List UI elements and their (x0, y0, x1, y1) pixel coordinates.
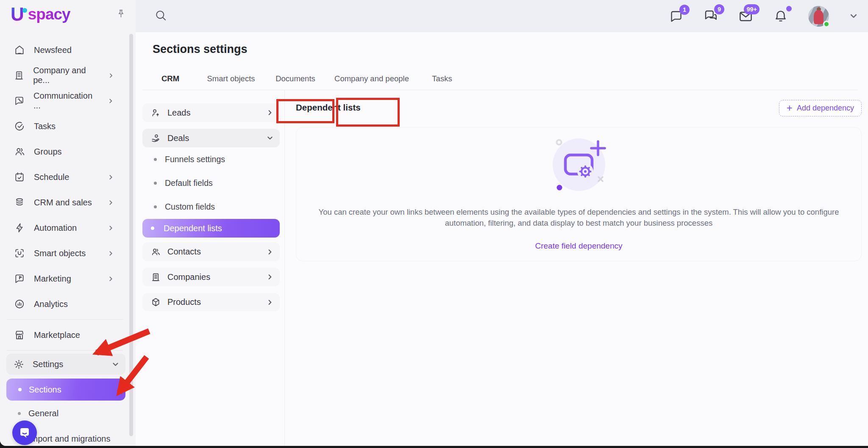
chevron-right-icon (108, 98, 114, 104)
sidebar-item-company-and-people[interactable]: Company and pe... (0, 63, 130, 88)
sidebar-item-label: Communication ... (33, 91, 99, 111)
group-chats-button[interactable]: 9 (704, 9, 718, 23)
chevron-down-icon (267, 135, 273, 141)
tab-tasks[interactable]: Tasks (416, 68, 468, 90)
submenu-divider (284, 90, 285, 446)
bullet-dot (18, 412, 21, 415)
search-icon[interactable] (154, 9, 167, 22)
tab-crm[interactable]: CRM (142, 68, 198, 90)
sidebar-item-marketing[interactable]: Marketing (0, 266, 130, 291)
sidebar-divider (7, 350, 123, 351)
chevron-right-icon (108, 276, 114, 282)
create-field-dependency-link[interactable]: Create field dependency (535, 241, 623, 251)
chevron-right-icon (108, 225, 114, 231)
sidebar-item-label: Sections (29, 385, 61, 395)
gear-icon (14, 359, 24, 370)
crm-settings-menu: Leads Deals Funnels settings Default fie… (142, 103, 280, 311)
menu-item-deals[interactable]: Deals (142, 129, 280, 147)
smart-objects-icon (14, 248, 25, 259)
people-icon (14, 146, 25, 157)
sidebar-item-label: CRM and sales (34, 198, 92, 207)
menu-item-label: Default fields (165, 178, 213, 188)
logo-u-glyph: U (11, 4, 23, 25)
menu-subitem-default-fields[interactable]: Default fields (142, 171, 280, 195)
sidebar-item-sections-selected[interactable]: Sections (6, 379, 125, 401)
screen: { "brand": { "u": "U", "name": "spacy" }… (0, 0, 868, 448)
sidebar-item-crm-and-sales[interactable]: CRM and sales (0, 190, 130, 215)
user-avatar[interactable] (808, 6, 829, 27)
logo-wordmark: spacy (28, 4, 70, 25)
menu-item-label: Funnels settings (165, 155, 225, 164)
sidebar-item-label: Tasks (34, 122, 56, 131)
tabs-divider (142, 90, 858, 90)
menu-subitem-custom-fields[interactable]: Custom fields (142, 195, 280, 218)
sidebar-scrollbar[interactable] (129, 34, 133, 436)
sidebar-item-newsfeed[interactable]: Newsfeed (0, 37, 130, 63)
lead-person-icon (151, 108, 161, 118)
chevron-right-icon (267, 249, 273, 255)
chevron-right-icon (267, 274, 273, 280)
menu-subitem-funnels-settings[interactable]: Funnels settings (142, 147, 280, 171)
sidebar-divider (7, 319, 123, 320)
chat-launcher-button[interactable] (12, 420, 37, 445)
sidebar: U spacy Newsfeed Company and pe... Commu… (0, 0, 136, 446)
sidebar-item-schedule[interactable]: Schedule (0, 164, 130, 190)
add-dependency-button[interactable]: + Add dependency (779, 100, 862, 116)
mail-badge: 99+ (744, 4, 760, 14)
tab-smart-objects[interactable]: Smart objects (198, 68, 264, 90)
menu-item-leads[interactable]: Leads (142, 103, 280, 122)
bullet-dot (154, 205, 157, 208)
mail-button[interactable]: 99+ (738, 9, 753, 24)
plus-icon: + (787, 103, 793, 113)
chat-notifications-button[interactable]: 1 (669, 9, 683, 23)
contacts-people-icon (151, 247, 161, 257)
chevron-right-icon (108, 174, 114, 180)
tab-documents[interactable]: Documents (264, 68, 327, 90)
product-box-icon (151, 297, 161, 307)
sidebar-item-smart-objects[interactable]: Smart objects (0, 241, 130, 266)
menu-item-label: Dependent lists (164, 224, 222, 233)
chevron-right-icon (108, 251, 114, 256)
sidebar-item-communication[interactable]: Communication ... (0, 88, 130, 113)
sidebar-item-groups[interactable]: Groups (0, 139, 130, 164)
sidebar-item-label: General (28, 409, 58, 418)
online-status-dot (823, 21, 830, 28)
pin-sidebar-icon[interactable] (116, 9, 126, 19)
menu-item-contacts[interactable]: Contacts (142, 242, 280, 261)
sidebar-item-automation[interactable]: Automation (0, 215, 130, 241)
coins-icon (14, 197, 25, 208)
analytics-icon (14, 299, 25, 310)
sidebar-item-settings[interactable]: Settings (6, 354, 125, 375)
sidebar-item-tasks[interactable]: Tasks (0, 113, 130, 139)
menu-subitem-dependent-lists-selected[interactable]: Dependent lists (142, 219, 280, 238)
sidebar-item-label: Settings (33, 360, 63, 369)
dependent-lists-empty-state: You can create your own links between el… (296, 127, 862, 261)
chevron-right-icon (267, 110, 273, 116)
sidebar-item-analytics[interactable]: Analytics (0, 291, 130, 317)
bullet-dot (18, 388, 22, 391)
tab-company-and-people[interactable]: Company and people (327, 68, 416, 90)
profile-chevron-down-icon[interactable] (849, 12, 858, 20)
uspacy-logo[interactable]: U spacy (11, 4, 70, 25)
notifications-button[interactable] (773, 9, 788, 23)
menu-item-label: Custom fields (165, 202, 215, 212)
description-line-1: You can create your own links between el… (319, 207, 839, 218)
topbar: 1 9 99+ (136, 0, 868, 32)
menu-item-label: Products (167, 297, 201, 307)
chevron-right-icon (267, 299, 273, 305)
company-building-icon (151, 272, 161, 282)
bolt-icon (14, 222, 25, 233)
menu-item-companies[interactable]: Companies (142, 268, 280, 286)
topbar-icons: 1 9 99+ (669, 0, 858, 32)
logo-dot (22, 8, 27, 13)
chevron-down-icon (112, 361, 119, 368)
content-heading: Dependent lists (296, 102, 361, 113)
empty-state-description: You can create your own links between el… (319, 207, 839, 229)
sidebar-item-marketplace[interactable]: Marketplace (0, 322, 130, 348)
menu-item-products[interactable]: Products (142, 293, 280, 311)
sidebar-item-label: Smart objects (34, 249, 86, 258)
sidebar-item-label: Import and migrations (28, 434, 110, 444)
menu-item-label: Companies (167, 272, 210, 282)
group-chat-badge: 9 (714, 4, 724, 14)
sidebar-item-label: Analytics (34, 299, 68, 309)
